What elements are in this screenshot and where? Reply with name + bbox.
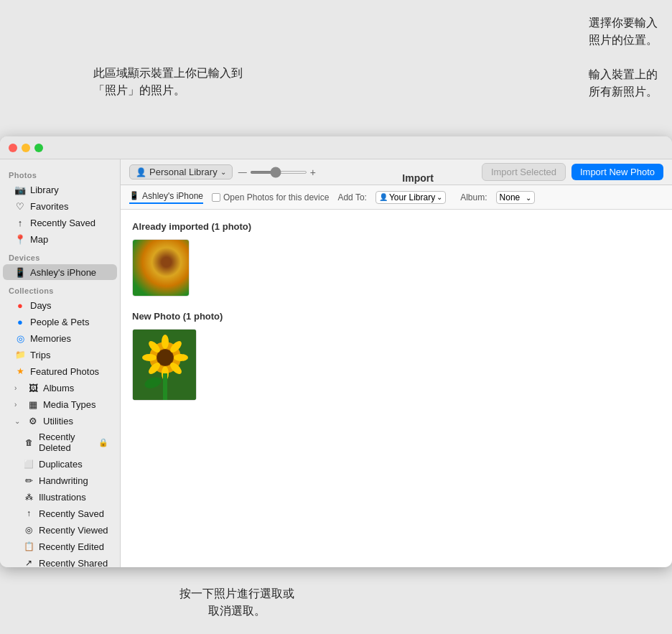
minimize-button[interactable]: [22, 144, 30, 152]
sidebar-item-iphone[interactable]: 📱 Ashley's iPhone: [3, 264, 117, 280]
sidebar-item-iphone-label: Ashley's iPhone: [30, 267, 96, 278]
album-chevron-icon: ⌄: [526, 194, 531, 202]
sidebar-item-illustrations-label: Illustrations: [39, 492, 86, 503]
already-imported-photo-1[interactable]: [132, 239, 190, 297]
annotation-bottom: 按一下照片進行選取或 取消選取。: [179, 585, 294, 620]
already-imported-section: Already imported (1 photo): [132, 221, 661, 297]
recently-shared-icon: ↗: [23, 557, 34, 567]
annotation-top-right: 選擇你要輸入 照片的位置。 輸入裝置上的 所有新照片。: [589, 14, 658, 101]
already-imported-grid: [132, 239, 661, 297]
sidebar-item-duplicates-label: Duplicates: [39, 459, 83, 470]
sidebar-item-library[interactable]: 📷 Library: [3, 182, 117, 197]
sidebar-item-days[interactable]: ● Days: [3, 297, 117, 313]
people-pets-icon: ●: [14, 316, 26, 327]
device-tab[interactable]: 📱 Ashley's iPhone: [129, 191, 203, 204]
svg-point-5: [142, 354, 157, 361]
sidebar-item-recently-saved[interactable]: ↑ Recently Saved: [3, 215, 117, 230]
sidebar-item-favorites[interactable]: ♡ Favorites: [3, 198, 117, 214]
sidebar-item-favorites-label: Favorites: [30, 201, 68, 212]
content-area: Photos 📷 Library ♡ Favorites ↑ Recently …: [0, 159, 672, 567]
import-new-button[interactable]: Import New Photo: [571, 164, 663, 180]
sidebar-item-albums[interactable]: › 🖼 Albums: [3, 380, 117, 396]
sidebar-item-illustrations[interactable]: ⁂ Illustrations: [3, 489, 117, 505]
recently-saved-util-icon: ↑: [23, 508, 34, 519]
traffic-lights: [9, 144, 43, 152]
sidebar-item-handwriting-label: Handwriting: [39, 475, 88, 486]
section-photos-label: Photos: [0, 165, 120, 181]
sidebar-item-library-label: Library: [30, 185, 59, 195]
section-devices-label: Devices: [0, 248, 120, 264]
trash-icon: 🗑: [23, 437, 34, 448]
toolbar: 👤 Personal Library ⌄ — + Import Import S…: [121, 159, 672, 185]
import-selected-button[interactable]: Import Selected: [482, 163, 566, 181]
zoom-slider[interactable]: [250, 171, 307, 174]
sidebar-item-recently-shared[interactable]: ↗ Recently Shared: [3, 555, 117, 567]
open-photos-checkbox[interactable]: [212, 193, 220, 202]
lock-icon: 🔒: [98, 438, 108, 447]
open-photos-container: Open Photos for this device: [212, 192, 329, 202]
annotation-tr-2: 照片的位置。: [589, 34, 658, 46]
add-to-label: Add To:: [337, 192, 366, 202]
favorites-icon: ♡: [14, 200, 26, 212]
already-imported-title: Already imported (1 photo): [132, 221, 661, 232]
annotation-b-2: 取消選取。: [208, 605, 266, 617]
annotation-b-1: 按一下照片進行選取或: [179, 587, 294, 600]
device-icon: 📱: [129, 191, 139, 200]
utilities-icon: ⚙: [27, 415, 39, 426]
featured-icon: ★: [14, 365, 26, 377]
sidebar-item-featured[interactable]: ★ Featured Photos: [3, 363, 117, 379]
add-to-chevron-icon: ⌄: [437, 193, 442, 201]
device-bar: 📱 Ashley's iPhone Open Photos for this d…: [121, 185, 672, 210]
sidebar-item-duplicates[interactable]: ⬜ Duplicates: [3, 456, 117, 472]
sidebar-item-memories-label: Memories: [30, 333, 71, 344]
sunflower-photo-thumbnail: [133, 329, 196, 401]
import-content: Already imported (1 photo) New Photo (1 …: [121, 210, 672, 567]
annotation-tl-1: 此區域顯示裝置上你已輸入到: [93, 67, 243, 79]
utilities-expand-icon: ⌄: [14, 417, 22, 425]
sidebar-item-recently-deleted[interactable]: 🗑 Recently Deleted 🔒: [3, 429, 117, 455]
sidebar-item-recently-shared-label: Recently Shared: [39, 558, 108, 568]
trips-icon: 📁: [14, 349, 26, 360]
sidebar-item-map[interactable]: 📍 Map: [3, 231, 117, 247]
sidebar-item-media-types-label: Media Types: [43, 399, 95, 410]
sidebar-item-recently-edited[interactable]: 📋 Recently Edited: [3, 539, 117, 554]
album-label: Album:: [460, 192, 487, 202]
sidebar-item-utilities[interactable]: ⌄ ⚙ Utilities: [3, 413, 117, 429]
slider-container: — +: [238, 167, 355, 178]
svg-point-3: [162, 335, 169, 349]
sidebar-item-people-pets[interactable]: ● People & Pets: [3, 314, 117, 330]
sidebar-item-memories[interactable]: ◎ Memories: [3, 330, 117, 346]
sidebar-item-albums-label: Albums: [43, 383, 74, 393]
handwriting-icon: ✏: [23, 475, 34, 486]
recently-viewed-icon: ◎: [23, 524, 34, 536]
person-icon: 👤: [136, 167, 146, 177]
days-icon: ●: [14, 299, 26, 311]
new-photo-section: New Photo (1 photo): [132, 311, 661, 401]
sidebar-item-handwriting[interactable]: ✏ Handwriting: [3, 472, 117, 488]
sidebar: Photos 📷 Library ♡ Favorites ↑ Recently …: [0, 159, 121, 567]
album-select[interactable]: None ⌄: [496, 191, 535, 204]
sidebar-item-recently-saved-util[interactable]: ↑ Recently Saved: [3, 505, 117, 521]
albums-expand-icon: ›: [14, 384, 22, 392]
sidebar-item-trips[interactable]: 📁 Trips: [3, 347, 117, 363]
maximize-button[interactable]: [34, 144, 43, 152]
toolbar-right: Import Selected Import New Photo: [482, 163, 663, 181]
app-window: Photos 📷 Library ♡ Favorites ↑ Recently …: [0, 136, 672, 567]
slider-plus-icon: +: [310, 167, 316, 178]
sidebar-item-recently-viewed[interactable]: ◎ Recently Viewed: [3, 522, 117, 538]
sidebar-item-recently-saved-util-label: Recently Saved: [39, 508, 104, 519]
new-photo-1[interactable]: [132, 329, 197, 401]
add-to-select[interactable]: 👤 Your Library ⌄: [375, 191, 446, 204]
sidebar-item-map-label: Map: [30, 234, 48, 245]
close-button[interactable]: [9, 144, 17, 152]
new-photo-grid: [132, 329, 661, 401]
recently-saved-icon: ↑: [14, 217, 26, 228]
iphone-icon: 📱: [14, 266, 26, 278]
album-value-label: None: [500, 192, 521, 202]
sidebar-item-media-types[interactable]: › ▦ Media Types: [3, 396, 117, 412]
device-name-label: Ashley's iPhone: [142, 191, 203, 201]
media-types-expand-icon: ›: [14, 401, 22, 409]
library-selector[interactable]: 👤 Personal Library ⌄: [129, 164, 233, 180]
sidebar-item-days-label: Days: [30, 300, 52, 311]
main-panel: 👤 Personal Library ⌄ — + Import Import S…: [121, 159, 672, 567]
